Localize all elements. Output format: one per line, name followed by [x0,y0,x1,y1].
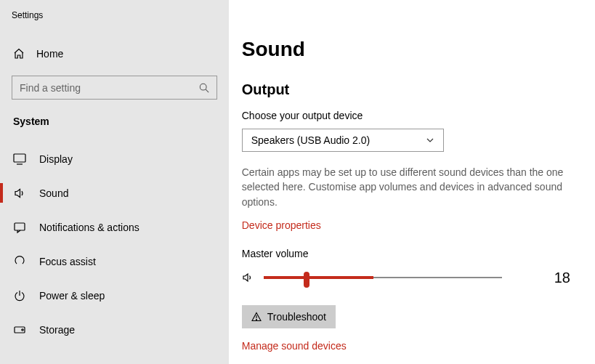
troubleshoot-label: Troubleshoot [267,311,326,323]
output-device-select[interactable]: Speakers (USB Audio 2.0) [242,129,444,152]
troubleshoot-button[interactable]: Troubleshoot [242,305,336,328]
sidebar: Settings Home System Display Sound [0,0,229,364]
sidebar-item-notifications[interactable]: Notifications & actions [0,210,229,244]
manage-sound-devices-link[interactable]: Manage sound devices [242,340,347,352]
device-properties-link[interactable]: Device properties [242,219,321,231]
sidebar-nav: Display Sound Notifications & actions Fo… [0,142,229,347]
sidebar-item-sound[interactable]: Sound [0,176,229,210]
sidebar-item-label: Storage [39,324,75,336]
output-device-selected: Speakers (USB Audio 2.0) [251,134,370,146]
chevron-down-icon [426,136,434,145]
sidebar-item-label: Focus assist [39,256,96,267]
output-help-text: Certain apps may be set up to use differ… [242,165,565,209]
display-icon [13,153,26,166]
svg-point-0 [200,84,206,90]
main-content: Sound Output Choose your output device S… [229,0,595,364]
sidebar-item-label: Power & sleep [39,290,105,302]
speaker-icon[interactable] [242,272,254,283]
master-volume-section: Master volume 18 Troubleshoot Manage sou… [242,248,570,352]
sound-icon [13,187,26,200]
slider-fill [264,276,373,279]
svg-point-9 [256,319,256,320]
storage-icon [13,323,26,336]
search-input[interactable] [20,82,199,94]
focus-icon [13,255,26,268]
notifications-icon [13,221,26,234]
svg-point-7 [22,328,23,330]
choose-output-label: Choose your output device [242,110,570,121]
sidebar-category: System [0,100,229,137]
sidebar-item-label: Sound [39,187,68,199]
home-icon [13,48,25,60]
sidebar-item-display[interactable]: Display [0,142,229,176]
power-icon [13,289,26,302]
volume-slider[interactable] [264,270,502,285]
sidebar-item-label: Notifications & actions [39,222,139,233]
master-volume-label: Master volume [242,248,570,259]
slider-thumb[interactable] [304,272,309,288]
svg-line-1 [206,89,209,92]
app-title: Settings [0,0,229,20]
home-label: Home [36,48,63,60]
volume-value: 18 [554,270,570,286]
search-icon [199,83,209,93]
volume-slider-row: 18 [242,270,570,286]
sidebar-item-focus-assist[interactable]: Focus assist [0,244,229,278]
warning-icon [251,312,262,322]
svg-rect-4 [15,223,25,230]
sidebar-item-label: Display [39,153,73,165]
output-section-title: Output [242,81,570,98]
sidebar-item-power-sleep[interactable]: Power & sleep [0,278,229,312]
svg-rect-2 [14,154,25,162]
sidebar-home[interactable]: Home [0,41,229,67]
page-title: Sound [242,38,570,61]
sidebar-item-storage[interactable]: Storage [0,312,229,347]
search-box[interactable] [12,76,217,100]
